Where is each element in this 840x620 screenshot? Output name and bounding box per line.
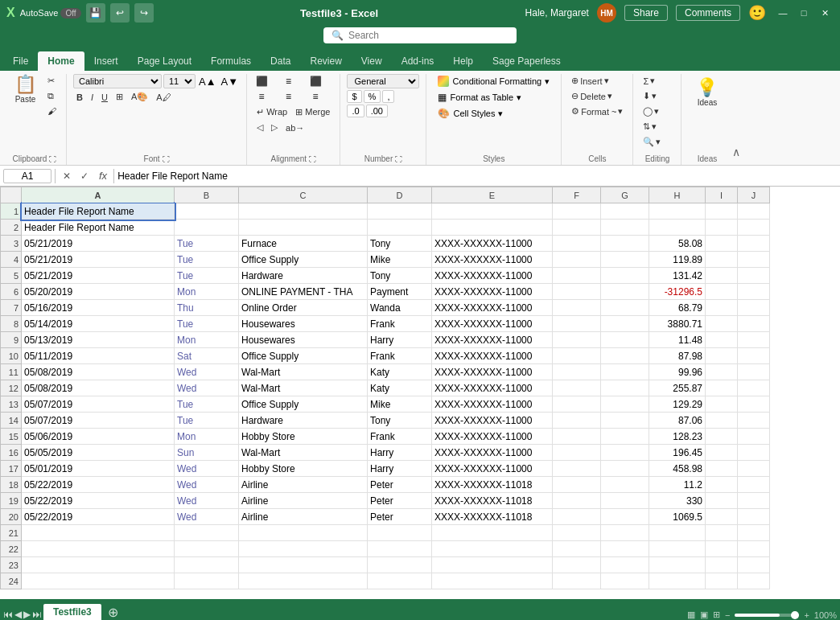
table-cell[interactable]: Housewares — [239, 332, 368, 348]
sheet-tab-testfile3[interactable]: Testfile3 — [43, 604, 101, 620]
table-cell[interactable] — [239, 557, 368, 573]
table-cell[interactable]: XXXX-XXXXXX-11018 — [432, 477, 553, 493]
table-cell[interactable] — [22, 557, 175, 573]
indent-decrease-button[interactable]: ◁ — [253, 121, 266, 134]
table-cell[interactable] — [649, 525, 706, 541]
table-cell[interactable] — [601, 268, 649, 284]
table-cell[interactable] — [553, 429, 601, 445]
table-cell[interactable] — [738, 220, 770, 236]
table-cell[interactable] — [738, 429, 770, 445]
align-top-right[interactable]: ⬛ — [307, 74, 323, 88]
table-cell[interactable]: 1069.5 — [649, 509, 706, 525]
table-cell[interactable] — [175, 525, 239, 541]
table-cell[interactable]: Tue — [175, 236, 239, 252]
table-cell[interactable]: 131.42 — [649, 268, 706, 284]
table-cell[interactable]: Wed — [175, 461, 239, 477]
table-cell[interactable] — [738, 332, 770, 348]
table-cell[interactable]: Hobby Store — [239, 461, 368, 477]
table-cell[interactable] — [738, 413, 770, 429]
table-cell[interactable] — [738, 268, 770, 284]
table-cell[interactable] — [706, 445, 738, 461]
ribbon-collapse-button[interactable]: ∧ — [732, 74, 748, 165]
tab-addins[interactable]: Add-ins — [392, 51, 444, 71]
table-cell[interactable] — [553, 477, 601, 493]
table-cell[interactable]: XXXX-XXXXXX-11000 — [432, 461, 553, 477]
table-cell[interactable] — [22, 525, 175, 541]
wrap-text-button[interactable]: ↵ Wrap — [253, 105, 290, 119]
table-cell[interactable] — [553, 284, 601, 300]
table-cell[interactable]: ONLINE PAYMENT - THA — [239, 284, 368, 300]
table-cell[interactable] — [601, 557, 649, 573]
table-cell[interactable] — [738, 396, 770, 413]
table-cell[interactable] — [553, 396, 601, 413]
table-cell[interactable]: Housewares — [239, 316, 368, 332]
table-cell[interactable] — [22, 573, 175, 589]
table-cell[interactable]: Frank — [368, 316, 432, 332]
table-cell[interactable] — [553, 557, 601, 573]
table-cell[interactable] — [175, 573, 239, 589]
table-cell[interactable] — [432, 525, 553, 541]
table-cell[interactable] — [601, 509, 649, 525]
font-expand-icon[interactable]: ⛶ — [163, 155, 170, 163]
cell-reference-box[interactable] — [3, 169, 51, 183]
table-cell[interactable] — [368, 203, 432, 220]
align-mid-center[interactable]: ≡ — [281, 89, 297, 104]
comments-button[interactable]: Comments — [676, 5, 740, 21]
table-cell[interactable] — [601, 316, 649, 332]
view-normal-button[interactable]: ▦ — [687, 610, 695, 620]
table-cell[interactable] — [553, 413, 601, 429]
table-cell[interactable] — [553, 332, 601, 348]
comma-button[interactable]: , — [382, 90, 394, 103]
table-cell[interactable]: 05/08/2019 — [22, 364, 175, 380]
table-cell[interactable]: Harry — [368, 461, 432, 477]
table-cell[interactable] — [649, 557, 706, 573]
sheet-scroll-right-end[interactable]: ⏭ — [32, 609, 42, 620]
table-cell[interactable]: Tony — [368, 236, 432, 252]
tab-view[interactable]: View — [352, 51, 392, 71]
table-cell[interactable] — [649, 220, 706, 236]
table-cell[interactable]: XXXX-XXXXXX-11000 — [432, 429, 553, 445]
table-cell[interactable] — [239, 541, 368, 557]
formula-input[interactable] — [117, 170, 837, 182]
table-cell[interactable] — [706, 509, 738, 525]
table-cell[interactable] — [738, 541, 770, 557]
table-cell[interactable] — [553, 252, 601, 268]
fill-button[interactable]: ⬇ ▾ — [640, 89, 664, 103]
autosum-button[interactable]: Σ ▾ — [640, 74, 664, 88]
table-cell[interactable]: Hardware — [239, 268, 368, 284]
table-cell[interactable] — [649, 203, 706, 220]
table-cell[interactable]: 05/08/2019 — [22, 380, 175, 396]
clear-button[interactable]: ◯ ▾ — [640, 105, 664, 118]
table-cell[interactable]: 05/11/2019 — [22, 348, 175, 364]
table-cell[interactable]: 05/21/2019 — [22, 268, 175, 284]
table-cell[interactable]: Peter — [368, 493, 432, 509]
table-cell[interactable] — [738, 236, 770, 252]
table-cell[interactable] — [601, 203, 649, 220]
table-cell[interactable]: Office Supply — [239, 396, 368, 413]
table-cell[interactable] — [553, 573, 601, 589]
table-cell[interactable] — [601, 413, 649, 429]
table-cell[interactable] — [432, 220, 553, 236]
tab-help[interactable]: Help — [443, 51, 483, 71]
emoji-icon[interactable]: 🙂 — [748, 4, 766, 22]
table-cell[interactable]: Wal-Mart — [239, 380, 368, 396]
align-top-left[interactable]: ⬛ — [253, 74, 270, 88]
table-cell[interactable]: Peter — [368, 477, 432, 493]
table-cell[interactable]: 330 — [649, 493, 706, 509]
format-button[interactable]: ⚙ Format ~ ▾ — [568, 105, 626, 118]
table-cell[interactable]: -31296.5 — [649, 284, 706, 300]
align-mid-right[interactable]: ≡ — [307, 89, 323, 104]
zoom-thumb[interactable] — [791, 611, 799, 619]
table-cell[interactable] — [368, 573, 432, 589]
table-cell[interactable] — [738, 380, 770, 396]
table-cell[interactable]: 11.48 — [649, 332, 706, 348]
table-cell[interactable] — [738, 252, 770, 268]
col-header-d[interactable]: D — [368, 187, 432, 203]
table-cell[interactable]: 05/07/2019 — [22, 396, 175, 413]
table-cell[interactable] — [738, 461, 770, 477]
table-cell[interactable]: Mike — [368, 396, 432, 413]
indent-increase-button[interactable]: ▷ — [268, 121, 281, 134]
table-cell[interactable]: Katy — [368, 380, 432, 396]
table-cell[interactable]: XXXX-XXXXXX-11000 — [432, 364, 553, 380]
table-cell[interactable] — [601, 429, 649, 445]
